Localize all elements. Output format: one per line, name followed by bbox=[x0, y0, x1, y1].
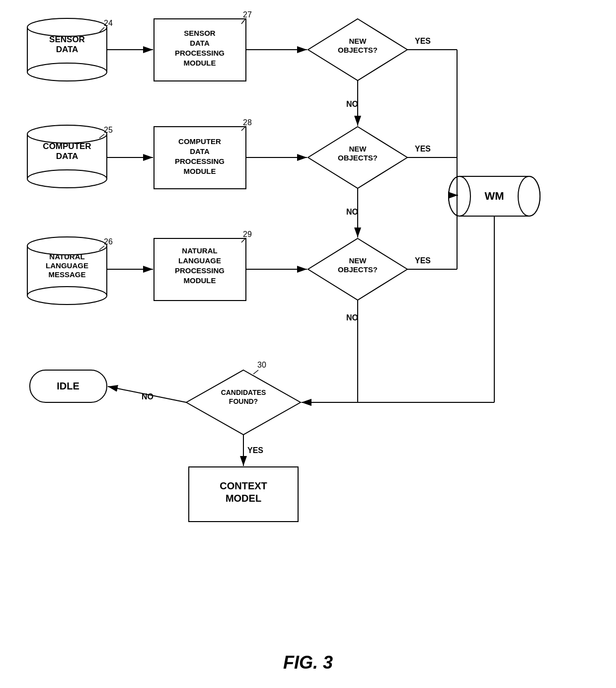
new-objects-2-node: NEW OBJECTS? bbox=[308, 127, 407, 188]
natural-language-id: 26 bbox=[104, 237, 113, 246]
sensor-processing-id: 27 bbox=[243, 10, 252, 19]
computer-data-id: 25 bbox=[104, 126, 113, 134]
natural-language-label: NATURAL bbox=[49, 252, 84, 261]
svg-point-13 bbox=[27, 287, 107, 305]
svg-text:DATA: DATA bbox=[190, 147, 210, 155]
svg-point-3 bbox=[27, 63, 107, 81]
computer-processing-id: 28 bbox=[243, 118, 252, 127]
svg-text:PROCESSING: PROCESSING bbox=[175, 49, 225, 57]
label-yes-2: YES bbox=[415, 145, 431, 153]
nlp-processing-label: NATURAL bbox=[182, 246, 217, 255]
label-yes-3: YES bbox=[415, 256, 431, 265]
svg-text:MODULE: MODULE bbox=[184, 59, 216, 67]
computer-data-label: COMPUTER bbox=[43, 142, 91, 151]
svg-point-8 bbox=[27, 170, 107, 188]
svg-text:DATA: DATA bbox=[56, 152, 78, 161]
sensor-data-id: 24 bbox=[104, 19, 113, 27]
figure-caption: FIG. 3 bbox=[283, 652, 333, 673]
svg-text:LANGUAGE: LANGUAGE bbox=[178, 256, 221, 265]
svg-text:PROCESSING: PROCESSING bbox=[175, 157, 225, 165]
svg-text:FOUND?: FOUND? bbox=[229, 397, 258, 405]
svg-text:LANGUAGE: LANGUAGE bbox=[46, 261, 88, 270]
label-no-3: NO bbox=[346, 313, 358, 322]
context-model-node: CONTEXT MODEL bbox=[189, 467, 298, 522]
label-no-2: NO bbox=[346, 208, 358, 216]
new-objects-2-label: NEW bbox=[349, 145, 367, 153]
svg-point-7 bbox=[27, 125, 107, 143]
new-objects-1-label: NEW bbox=[349, 37, 367, 45]
label-yes-1: YES bbox=[415, 37, 431, 45]
sensor-processing-node: SENSOR DATA PROCESSING MODULE 27 bbox=[154, 10, 252, 81]
computer-processing-label: COMPUTER bbox=[178, 137, 221, 146]
svg-text:OBJECTS?: OBJECTS? bbox=[338, 265, 378, 274]
svg-point-42 bbox=[449, 176, 470, 216]
sensor-processing-label: SENSOR bbox=[184, 29, 216, 37]
svg-text:OBJECTS?: OBJECTS? bbox=[338, 46, 378, 54]
svg-line-48 bbox=[253, 370, 258, 374]
svg-text:MODEL: MODEL bbox=[226, 493, 261, 504]
new-objects-3-node: NEW OBJECTS? bbox=[308, 238, 407, 300]
svg-text:DATA: DATA bbox=[190, 39, 210, 47]
svg-text:MODULE: MODULE bbox=[184, 276, 216, 285]
candidates-found-id: 30 bbox=[257, 361, 266, 369]
svg-point-2 bbox=[27, 18, 107, 36]
idle-label: IDLE bbox=[57, 381, 79, 391]
computer-processing-node: COMPUTER DATA PROCESSING MODULE 28 bbox=[154, 118, 252, 189]
new-objects-1-node: NEW OBJECTS? bbox=[308, 19, 407, 80]
new-objects-3-label: NEW bbox=[349, 256, 367, 265]
svg-text:MODULE: MODULE bbox=[184, 167, 216, 175]
wm-label: WM bbox=[484, 190, 504, 202]
computer-data-node: COMPUTER DATA 25 bbox=[27, 125, 113, 188]
flowchart: SENSOR DATA 24 COMPUTER DATA 25 NATURAL … bbox=[0, 0, 616, 688]
svg-point-43 bbox=[518, 176, 540, 216]
natural-language-node: NATURAL LANGUAGE MESSAGE 26 bbox=[27, 237, 113, 305]
svg-text:OBJECTS?: OBJECTS? bbox=[338, 153, 378, 162]
svg-text:DATA: DATA bbox=[56, 45, 78, 54]
candidates-found-label: CANDIDATES bbox=[221, 388, 266, 396]
wm-node: WM bbox=[449, 176, 540, 216]
candidates-found-node: CANDIDATES FOUND? 30 bbox=[186, 361, 301, 435]
context-model-label: CONTEXT bbox=[220, 480, 267, 491]
sensor-data-label: SENSOR bbox=[49, 35, 85, 44]
label-yes-candidates: YES bbox=[247, 446, 263, 455]
nlp-processing-id: 29 bbox=[243, 230, 252, 238]
svg-text:MESSAGE: MESSAGE bbox=[48, 270, 85, 279]
diagram-container: SENSOR DATA 24 COMPUTER DATA 25 NATURAL … bbox=[0, 0, 616, 688]
svg-text:PROCESSING: PROCESSING bbox=[175, 266, 225, 275]
label-no-candidates: NO bbox=[142, 392, 154, 401]
label-no-1: NO bbox=[346, 100, 358, 108]
nlp-processing-node: NATURAL LANGUAGE PROCESSING MODULE 29 bbox=[154, 230, 252, 301]
sensor-data-node: SENSOR DATA 24 bbox=[27, 18, 113, 81]
idle-node: IDLE bbox=[30, 370, 107, 402]
